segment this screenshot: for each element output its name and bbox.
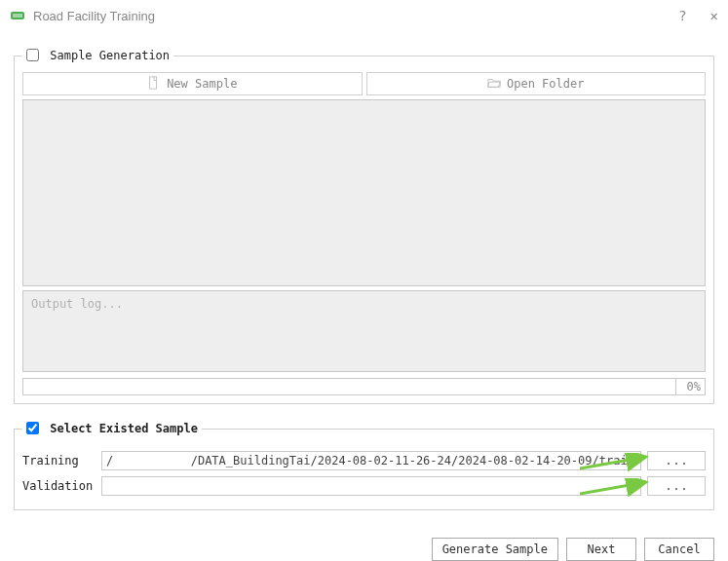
document-icon [147,76,161,93]
generate-sample-button[interactable]: Generate Sample [432,538,558,561]
svg-rect-2 [150,76,157,88]
close-button[interactable]: ✕ [710,8,718,23]
footer-buttons: Generate Sample Next Cancel [0,538,728,561]
validation-label: Validation [22,479,96,493]
titlebar: Road Facility Training ? ✕ [0,0,728,31]
validation-browse-button[interactable]: ... [647,476,706,496]
app-icon [10,8,25,23]
cancel-button[interactable]: Cancel [644,538,714,561]
sample-generation-legend-text: Sample Generation [50,49,170,62]
open-folder-label: Open Folder [507,77,584,91]
sample-generation-legend: Sample Generation [22,49,173,62]
select-existed-sample-legend-text: Select Existed Sample [50,422,198,435]
select-existed-sample-legend: Select Existed Sample [22,422,202,435]
progress-row: 0% [22,378,706,395]
sample-generation-group: Sample Generation New Sample Open Folder… [14,49,714,404]
next-button[interactable]: Next [566,538,636,561]
training-browse-button[interactable]: ... [647,451,706,470]
sample-generation-checkbox[interactable] [26,49,39,61]
folder-open-icon [487,76,501,93]
validation-path-input[interactable] [101,476,641,496]
new-sample-button[interactable]: New Sample [22,72,363,95]
new-sample-label: New Sample [167,77,237,91]
select-existed-sample-checkbox[interactable] [26,422,39,434]
sample-preview-panel [22,99,706,286]
help-button[interactable]: ? [678,8,686,23]
window-title: Road Facility Training [33,9,678,23]
training-path-input[interactable] [101,451,641,470]
svg-rect-1 [13,14,22,18]
output-log-placeholder: Output log... [31,297,123,311]
output-log-panel: Output log... [22,290,706,372]
open-folder-button[interactable]: Open Folder [366,72,707,95]
select-existed-sample-group: Select Existed Sample Training ... Valid… [14,422,714,510]
progress-percent: 0% [676,378,706,395]
progress-bar [22,378,676,395]
training-label: Training [22,454,96,468]
